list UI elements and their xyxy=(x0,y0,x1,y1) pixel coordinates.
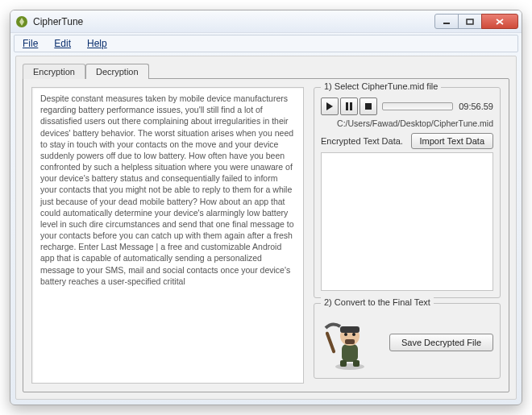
svg-rect-9 xyxy=(340,326,360,333)
svg-point-12 xyxy=(352,333,355,336)
close-icon xyxy=(496,19,504,25)
tab-strip: Encryption Decryption xyxy=(23,63,509,78)
titlebar: CipherTune xyxy=(10,10,522,33)
svg-rect-3 xyxy=(346,102,348,110)
close-button[interactable] xyxy=(481,14,518,29)
svg-rect-14 xyxy=(340,360,347,367)
menu-help[interactable]: Help xyxy=(79,35,115,52)
app-window: CipherTune File Edit Help Encryption Dec… xyxy=(10,10,522,405)
menu-edit[interactable]: Edit xyxy=(46,35,79,52)
minimize-button[interactable] xyxy=(434,14,459,29)
encrypted-text-label: Encrypted Text Data. xyxy=(321,136,406,146)
svg-rect-5 xyxy=(365,103,372,110)
player-bar: 09:56.59 xyxy=(321,98,493,115)
group-convert: 2) Convert to the Final Text xyxy=(314,303,501,379)
window-controls xyxy=(435,14,518,29)
tab-decryption[interactable]: Decryption xyxy=(85,64,149,79)
stop-button[interactable] xyxy=(360,98,377,115)
svg-rect-2 xyxy=(467,19,473,24)
play-icon xyxy=(326,102,334,110)
decrypted-text-area[interactable]: Despite constant measures taken by mobil… xyxy=(31,87,304,384)
maximize-icon xyxy=(466,19,474,25)
menu-file[interactable]: File xyxy=(15,35,46,52)
app-icon xyxy=(15,15,28,28)
right-panel: 1) Select CipherTune.mid file 09:56.59 xyxy=(314,87,501,384)
encrypted-row: Encrypted Text Data. Import Text Data xyxy=(321,133,493,149)
import-text-button[interactable]: Import Text Data xyxy=(411,133,494,149)
time-label: 09:56.59 xyxy=(458,102,493,111)
seek-track[interactable] xyxy=(382,102,453,110)
maximize-button[interactable] xyxy=(458,14,482,29)
minimize-icon xyxy=(443,19,451,25)
window-title: CipherTune xyxy=(33,16,435,27)
stop-icon xyxy=(364,102,372,110)
pause-icon xyxy=(345,102,353,110)
encrypted-text-data-area[interactable] xyxy=(321,152,493,291)
save-decrypted-button[interactable]: Save Decrypted File xyxy=(389,334,493,351)
menu-bar: File Edit Help xyxy=(14,35,518,52)
play-button[interactable] xyxy=(321,98,339,115)
svg-rect-4 xyxy=(350,102,352,110)
pause-button[interactable] xyxy=(340,98,358,115)
tab-encryption[interactable]: Encryption xyxy=(23,64,85,79)
svg-rect-7 xyxy=(342,344,358,362)
svg-rect-10 xyxy=(345,339,355,344)
svg-rect-15 xyxy=(353,360,360,367)
svg-rect-1 xyxy=(443,23,450,24)
svg-point-6 xyxy=(335,363,364,370)
tab-page-decryption: Despite constant measures taken by mobil… xyxy=(23,78,509,392)
group-select-file-legend: 1) Select CipherTune.mid file xyxy=(321,81,441,91)
miner-character-icon xyxy=(324,320,376,371)
group-convert-legend: 2) Convert to the Final Text xyxy=(321,297,434,307)
svg-point-11 xyxy=(344,333,347,336)
client-area: Encryption Decryption Despite constant m… xyxy=(15,56,517,400)
group-select-file: 1) Select CipherTune.mid file 09:56.59 xyxy=(314,87,501,298)
svg-rect-13 xyxy=(325,331,335,354)
file-path-label: C:/Users/Fawad/Desktop/CipherTune.mid xyxy=(321,118,493,128)
